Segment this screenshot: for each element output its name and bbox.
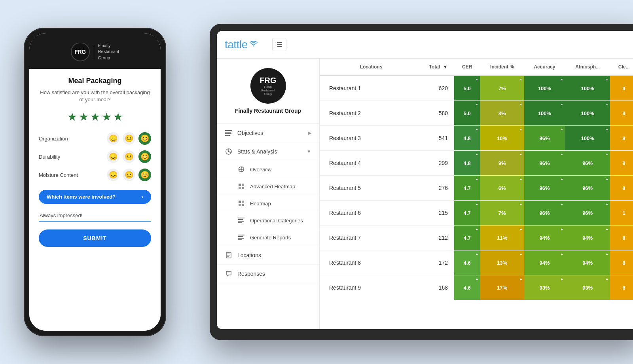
cell-cer-6: ▲ 4.7 xyxy=(454,226,480,250)
items-involved-button[interactable]: Which items were involved? › xyxy=(39,190,151,204)
hamburger-menu-button[interactable]: ☰ xyxy=(272,38,286,51)
cell-accuracy-7: ▲ 94% xyxy=(524,250,565,275)
svg-rect-23 xyxy=(238,238,244,239)
sidebar-item-responses[interactable]: Responses xyxy=(217,265,319,283)
sidebar-item-overview[interactable]: Overview xyxy=(217,161,319,178)
th-cer[interactable]: CER xyxy=(454,59,480,76)
sad-face-org[interactable]: 😞 xyxy=(107,132,119,145)
star-1[interactable]: ★ xyxy=(67,110,77,123)
cell-cer-7: ▲ 4.6 xyxy=(454,250,480,275)
sidebar-brand-name: Finally Restaurant Group xyxy=(235,108,301,114)
cell-accuracy-5: ▲ 96% xyxy=(524,201,565,226)
arrow-right-icon: › xyxy=(142,194,143,200)
sad-face-dur[interactable]: 😞 xyxy=(107,150,119,163)
up-arrow-accuracy-7: ▲ xyxy=(560,252,563,256)
emoji-group-moisture[interactable]: 😞 😐 😊 xyxy=(107,169,151,181)
sidebar-operational-label: Operational Categories xyxy=(250,218,303,224)
th-clean[interactable]: Cle... xyxy=(610,59,633,76)
tablet-screen: tattle ☰ FRG FinallyRestaur xyxy=(217,31,633,329)
table-body: Restaurant 1 620 ▲ 5.0 ▲ 7% ▲ 100% ▲ 100… xyxy=(320,76,633,300)
sidebar-item-generate-reports[interactable]: Generate Reports xyxy=(217,229,319,246)
comment-input[interactable] xyxy=(39,210,151,222)
svg-point-0 xyxy=(253,46,254,47)
svg-rect-16 xyxy=(242,204,244,206)
locations-icon xyxy=(225,251,233,259)
cell-total-7: 172 xyxy=(423,250,454,275)
up-arrow-accuracy-8: ▲ xyxy=(560,277,563,281)
sidebar-item-stats[interactable]: Stats & Analysis ▼ xyxy=(217,142,319,161)
emoji-group-organization[interactable]: 😞 😐 😊 xyxy=(107,132,151,145)
sidebar-item-operational[interactable]: Operational Categories xyxy=(217,212,319,229)
happy-face-moist[interactable]: 😊 xyxy=(138,169,151,181)
up-arrow-cer-7: ▲ xyxy=(475,252,478,256)
cell-total-4: 276 xyxy=(423,176,454,201)
frg-logo-phone: FRG Finally Restaurant Group xyxy=(71,42,119,61)
cell-atmosphere-4: ▲ 96% xyxy=(565,176,610,201)
svg-rect-9 xyxy=(239,184,241,186)
phone-mockup: FRG Finally Restaurant Group Meal Packag… xyxy=(24,28,166,336)
svg-rect-2 xyxy=(225,132,231,133)
cell-cer-8: ▲ 4.6 xyxy=(454,275,480,300)
table-row: Restaurant 3 541 ▲ 4.8 ▲ 10% ▲ 96% ▲ 100… xyxy=(320,126,633,151)
th-incident[interactable]: Incident % xyxy=(480,59,524,76)
cell-accuracy-8: ▲ 93% xyxy=(524,275,565,300)
responses-icon xyxy=(225,270,233,278)
up-arrow-atmosphere-7: ▲ xyxy=(605,252,608,256)
sidebar-responses-label: Responses xyxy=(237,271,265,277)
cell-total-2: 541 xyxy=(423,126,454,151)
sad-face-moist[interactable]: 😞 xyxy=(107,169,119,181)
th-total[interactable]: Total ▼ xyxy=(423,59,454,76)
th-locations[interactable]: Locations xyxy=(320,59,423,76)
table-row: Restaurant 1 620 ▲ 5.0 ▲ 7% ▲ 100% ▲ 100… xyxy=(320,76,633,101)
sidebar-item-locations[interactable]: Locations xyxy=(217,246,319,265)
cell-total-8: 168 xyxy=(423,275,454,300)
cell-location-5: Restaurant 6 xyxy=(320,201,423,226)
emoji-group-durability[interactable]: 😞 😐 😊 xyxy=(107,150,151,163)
sidebar-item-objectives[interactable]: Objectives ▶ xyxy=(217,124,319,142)
frg-initials: FRG xyxy=(71,42,90,61)
submit-button[interactable]: SUBMIT xyxy=(39,229,151,247)
cell-total-3: 299 xyxy=(423,151,454,176)
cell-incident-1: ▲ 8% xyxy=(480,101,524,126)
cell-accuracy-2: ▲ 96% xyxy=(524,126,565,151)
up-arrow-accuracy-2: ▲ xyxy=(560,127,563,131)
happy-face-org[interactable]: 😊 xyxy=(138,132,151,145)
cell-location-2: Restaurant 3 xyxy=(320,126,423,151)
data-table-wrapper[interactable]: Locations Total ▼ CER xyxy=(320,59,633,329)
up-arrow-atmosphere-5: ▲ xyxy=(605,202,608,206)
svg-rect-26 xyxy=(227,254,230,254)
cell-cer-3: ▲ 4.8 xyxy=(454,151,480,176)
neutral-face-moist[interactable]: 😐 xyxy=(123,169,135,181)
svg-point-6 xyxy=(228,151,229,152)
svg-rect-1 xyxy=(225,130,232,131)
star-5[interactable]: ★ xyxy=(113,110,123,123)
advanced-heatmap-icon xyxy=(237,182,245,190)
up-arrow-accuracy-4: ▲ xyxy=(560,177,563,181)
star-3[interactable]: ★ xyxy=(90,110,100,123)
cell-atmosphere-7: ▲ 94% xyxy=(565,250,610,275)
th-atmosphere[interactable]: Atmosph... xyxy=(565,59,610,76)
star-4[interactable]: ★ xyxy=(102,110,112,123)
up-arrow-incident-2: ▲ xyxy=(519,127,523,131)
up-arrow-accuracy-1: ▲ xyxy=(560,102,563,106)
cell-clean-3: ▲ 9 xyxy=(610,151,633,176)
up-arrow-accuracy-0: ▲ xyxy=(560,78,563,81)
cell-atmosphere-8: ▲ 93% xyxy=(565,275,610,300)
star-2[interactable]: ★ xyxy=(79,110,89,123)
sidebar-item-heatmap[interactable]: Heatmap xyxy=(217,195,319,212)
sidebar-item-advanced-heatmap[interactable]: Advanced Heatmap xyxy=(217,178,319,195)
happy-face-dur[interactable]: 😊 xyxy=(138,150,151,163)
svg-rect-11 xyxy=(239,187,241,189)
table-row: Restaurant 7 212 ▲ 4.7 ▲ 11% ▲ 94% ▲ 94% xyxy=(320,226,633,250)
cell-accuracy-3: ▲ 96% xyxy=(524,151,565,176)
th-accuracy[interactable]: Accuracy xyxy=(524,59,565,76)
sidebar-heatmap-label: Heatmap xyxy=(250,201,271,207)
svg-rect-20 xyxy=(238,222,242,223)
up-arrow-incident-3: ▲ xyxy=(519,152,523,156)
neutral-face-dur[interactable]: 😐 xyxy=(123,150,135,163)
cell-clean-1: ▲ 9 xyxy=(610,101,633,126)
star-rating[interactable]: ★ ★ ★ ★ ★ xyxy=(39,110,151,123)
cell-cer-2: ▲ 4.8 xyxy=(454,126,480,151)
cell-incident-8: ▲ 17% xyxy=(480,275,524,300)
neutral-face-org[interactable]: 😐 xyxy=(123,132,135,145)
